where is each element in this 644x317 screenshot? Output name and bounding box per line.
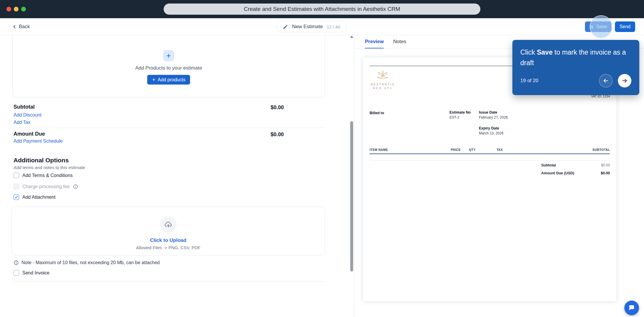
invoice-amount-due-label: Amount Due (USD)	[541, 171, 574, 175]
column-item-name: ITEM NAME	[370, 148, 388, 151]
column-price: PRICE	[451, 148, 461, 151]
subtotal-row: Subtotal	[14, 104, 35, 110]
checkbox-unchecked[interactable]	[14, 173, 19, 178]
window-titlebar: Create and Send Estimates with Attachmen…	[0, 0, 644, 18]
terms-conditions-label: Add Terms & Conditions	[22, 173, 73, 178]
save-label: Save	[596, 24, 607, 29]
info-icon	[14, 260, 19, 265]
invoice-subtotal-label: Subtotal	[541, 163, 556, 167]
chat-icon	[628, 304, 635, 311]
brand-logo: AESTHETIX MED SPA	[368, 70, 397, 90]
send-button[interactable]: Send	[615, 21, 635, 32]
divider	[14, 281, 325, 281]
processing-fee-label: Charge processing fee	[22, 184, 70, 189]
chevron-left-icon	[12, 24, 17, 29]
plus-icon	[152, 78, 156, 82]
estimate-form-panel: Add Products to your estimate Add produc…	[0, 35, 354, 317]
scrollbar-up-arrow-icon[interactable]	[350, 36, 353, 38]
brand-name-line2: MED SPA	[368, 87, 397, 90]
document-title-group: New Estimate 12 / 40	[276, 21, 346, 32]
send-invoice-checkbox-row[interactable]: Send Invoice	[14, 270, 50, 276]
app-header: Back New Estimate 12 / 40 Save Send	[0, 18, 644, 35]
amount-due-label: Amount Due	[14, 131, 45, 137]
amount-due-row: Amount Due	[14, 131, 45, 137]
issue-date-label: Issue Date	[479, 110, 497, 114]
divider	[14, 128, 325, 128]
additional-options-title: Additional Options	[14, 157, 69, 164]
document-title[interactable]: New Estimate	[292, 24, 323, 30]
header-actions: Save Send	[585, 21, 635, 32]
tutorial-tooltip: Click Save to mark the invoice as a draf…	[512, 40, 639, 95]
tab-preview[interactable]: Preview	[365, 35, 384, 48]
checkbox-checked[interactable]	[14, 194, 19, 200]
attachment-note-text: Note - Maximum of 10 files, not exceedin…	[21, 260, 160, 265]
window-close-button[interactable]	[6, 7, 11, 11]
column-subtotal: SUBTOTAL	[593, 148, 610, 151]
products-empty-state: Add Products to your estimate Add produc…	[12, 35, 325, 97]
subtotal-value: $0.00	[271, 104, 284, 111]
window-zoom-button[interactable]	[21, 7, 26, 11]
scrollbar-thumb[interactable]	[350, 121, 353, 272]
tutorial-next-button[interactable]	[618, 74, 631, 87]
add-tax-link[interactable]: Add Tax	[14, 120, 31, 125]
estimate-no-value: EST-2	[450, 115, 459, 119]
terms-conditions-checkbox-row[interactable]: Add Terms & Conditions	[14, 173, 73, 178]
window-title: Create and Send Estimates with Attachmen…	[164, 4, 480, 15]
table-row-rule	[370, 160, 610, 161]
amount-due-value: $0.00	[271, 131, 284, 138]
window-minimize-button[interactable]	[14, 7, 19, 11]
expiry-date-value: March 13, 2026	[479, 131, 503, 135]
add-product-plus-icon[interactable]	[163, 50, 174, 61]
column-tax: TAX	[497, 148, 503, 151]
add-products-button[interactable]: Add products	[147, 75, 190, 85]
subtotal-label: Subtotal	[14, 104, 35, 110]
click-to-upload-label[interactable]: Click to Upload	[150, 237, 187, 243]
back-button[interactable]: Back	[12, 24, 30, 30]
chat-launcher-button[interactable]	[624, 301, 639, 315]
send-invoice-label: Send Invoice	[22, 270, 50, 276]
column-qty: QTY	[469, 148, 476, 151]
additional-options-subtitle: Add terms and notes to this estimate	[14, 165, 85, 170]
billed-to-label: Billed to	[370, 111, 384, 115]
checkbox-disabled	[14, 184, 19, 189]
expiry-date-label: Expiry Date	[479, 126, 499, 130]
issue-date-value: February 27, 2026	[479, 115, 508, 119]
checkbox-unchecked[interactable]	[14, 270, 19, 276]
add-payment-schedule-link[interactable]: Add Payment Schedule	[14, 139, 63, 144]
save-button[interactable]: Save	[585, 21, 611, 32]
brand-name-line1: AESTHETIX	[368, 83, 397, 86]
title-char-counter: 12 / 40	[327, 24, 340, 29]
invoice-subtotal-value: $0.00	[601, 163, 610, 167]
add-attachment-label: Add Attachment	[22, 195, 56, 200]
add-attachment-checkbox-row[interactable]: Add Attachment	[14, 194, 56, 200]
invoice-amount-due-value: $0.00	[601, 171, 610, 175]
estimate-no-label: Estimate No	[450, 110, 471, 114]
check-icon	[14, 195, 18, 199]
send-label: Send	[620, 24, 630, 29]
lotus-logo-icon	[376, 70, 390, 81]
tutorial-step-counter: 19 of 20	[520, 78, 538, 84]
processing-fee-checkbox-row: Charge processing fee	[14, 184, 78, 189]
tutorial-text: Click Save to mark the invoice as a draf…	[520, 47, 631, 68]
info-icon[interactable]	[73, 184, 78, 189]
back-label: Back	[19, 24, 30, 30]
file-upload-dropzone[interactable]: Click to Upload Allowed Files -> PNG, CS…	[11, 207, 325, 255]
arrow-left-icon	[603, 77, 609, 84]
pencil-icon[interactable]	[283, 24, 288, 30]
tutorial-text-emphasis: Save	[537, 48, 553, 56]
upload-cloud-icon	[160, 216, 177, 233]
add-discount-link[interactable]: Add Discount	[14, 112, 41, 118]
allowed-files-label: Allowed Files -> PNG, CSV, PDF	[136, 245, 200, 250]
arrow-right-icon	[621, 77, 628, 84]
tutorial-prev-button[interactable]	[599, 74, 613, 87]
products-empty-text: Add Products to your estimate	[135, 65, 202, 71]
tab-notes[interactable]: Notes	[393, 35, 406, 48]
add-products-label: Add products	[158, 77, 185, 82]
table-header-rule	[370, 154, 610, 154]
save-icon	[589, 25, 594, 29]
attachment-note: Note - Maximum of 10 files, not exceedin…	[14, 260, 160, 265]
